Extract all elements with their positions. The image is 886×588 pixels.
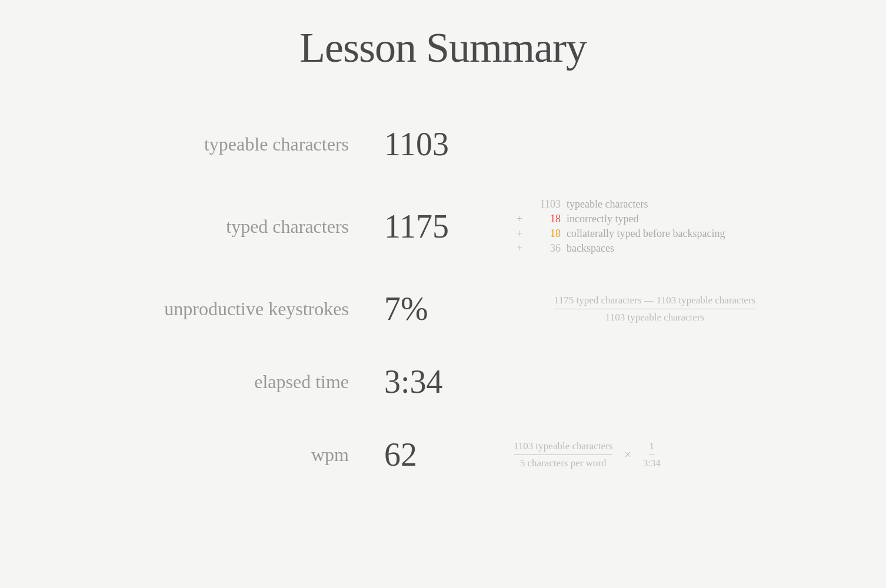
wpm-fraction2-numerator: 1 (649, 440, 654, 455)
elapsed-time-value: 3:34 (384, 363, 490, 400)
unproductive-keystrokes-detail: 1175 typed characters — 1103 typeable ch… (490, 295, 796, 323)
wpm-fraction1-numerator: 1103 typeable characters (514, 440, 612, 455)
breakdown-row-backspaces: + 36 backspaces (514, 242, 796, 255)
typeable-characters-row: typeable characters 1103 (90, 108, 796, 181)
typeable-characters-value: 1103 (384, 125, 490, 163)
unproductive-keystrokes-value: 7% (384, 290, 490, 328)
breakdown-row-typeable: 1103 typeable characters (514, 198, 796, 211)
wpm-formula: 1103 typeable characters 5 characters pe… (514, 440, 796, 469)
wpm-label: wpm (90, 444, 384, 466)
typed-characters-detail: 1103 typeable characters + 18 incorrectl… (490, 198, 796, 255)
elapsed-time-label: elapsed time (90, 371, 384, 393)
wpm-fraction2-denominator: 3:34 (643, 455, 661, 469)
breakdown-op-backspaces: + (514, 242, 525, 255)
typed-characters-breakdown: 1103 typeable characters + 18 incorrectl… (514, 198, 796, 255)
breakdown-num-incorrect: 18 (531, 213, 561, 225)
breakdown-desc-collateral: collaterally typed before backspacing (567, 228, 725, 240)
breakdown-desc-incorrect: incorrectly typed (567, 213, 638, 225)
elapsed-time-row: elapsed time 3:34 (90, 345, 796, 418)
breakdown-row-incorrect: + 18 incorrectly typed (514, 213, 796, 225)
formula-numerator: 1175 typed characters — 1103 typeable ch… (554, 295, 755, 309)
wpm-fraction1: 1103 typeable characters 5 characters pe… (514, 440, 612, 469)
breakdown-desc-typeable: typeable characters (567, 198, 648, 211)
breakdown-num-typeable: 1103 (531, 198, 561, 211)
wpm-detail: 1103 typeable characters 5 characters pe… (490, 440, 796, 469)
unproductive-formula: 1175 typed characters — 1103 typeable ch… (514, 295, 796, 323)
breakdown-row-collateral: + 18 collaterally typed before backspaci… (514, 228, 796, 240)
formula-denominator: 1103 typeable characters (605, 309, 704, 323)
breakdown-num-collateral: 18 (531, 228, 561, 240)
breakdown-desc-backspaces: backspaces (567, 242, 614, 255)
typeable-characters-label: typeable characters (90, 133, 384, 155)
wpm-row: wpm 62 1103 typeable characters 5 charac… (90, 418, 796, 491)
page-title: Lesson Summary (299, 24, 587, 72)
wpm-times-symbol: × (624, 448, 631, 462)
typed-characters-label: typed characters (90, 216, 384, 238)
wpm-fraction1-denominator: 5 characters per word (520, 455, 607, 469)
summary-table: typeable characters 1103 typed character… (90, 108, 796, 491)
breakdown-op-incorrect: + (514, 213, 525, 225)
wpm-value: 62 (384, 436, 490, 473)
unproductive-keystrokes-row: unproductive keystrokes 7% 1175 typed ch… (90, 272, 796, 345)
breakdown-num-backspaces: 36 (531, 242, 561, 255)
typed-characters-value: 1175 (384, 208, 490, 245)
unproductive-keystrokes-label: unproductive keystrokes (90, 298, 384, 320)
typed-characters-row: typed characters 1175 1103 typeable char… (90, 181, 796, 272)
breakdown-op-collateral: + (514, 228, 525, 240)
wpm-fraction2: 1 3:34 (643, 440, 661, 469)
